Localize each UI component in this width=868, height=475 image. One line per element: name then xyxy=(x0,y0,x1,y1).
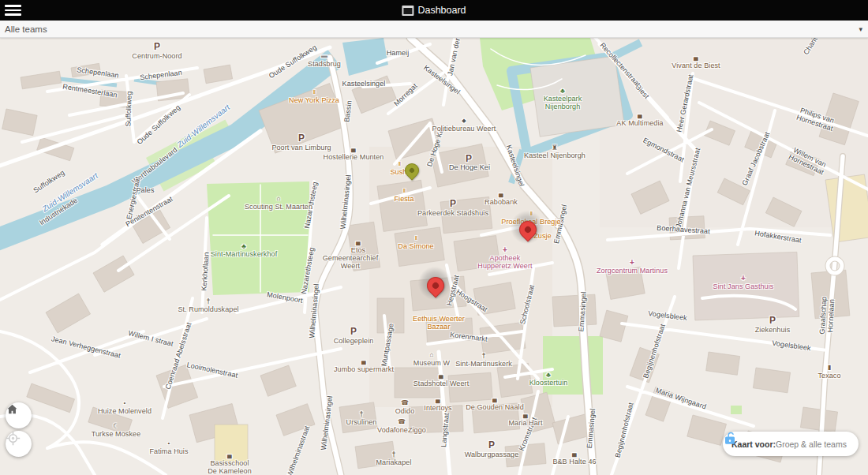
page-title-text: Dashboard xyxy=(417,5,466,16)
map-pin-icon xyxy=(402,160,421,180)
menu-button[interactable] xyxy=(0,0,27,21)
page-title: Dashboard xyxy=(402,0,466,21)
locate-button[interactable] xyxy=(6,431,32,457)
home-icon xyxy=(6,402,19,416)
team-filter-select[interactable]: Alle teams xyxy=(0,21,868,38)
map-for-value: Groep & alle teams xyxy=(776,439,847,449)
map-for-label: Kaart voor: xyxy=(731,439,776,449)
chevron-down-icon xyxy=(859,25,862,32)
crosshair-icon xyxy=(6,431,21,446)
app-bar: Dashboard xyxy=(0,0,868,21)
team-filter-value: Alle teams xyxy=(0,24,47,34)
map-visibility-pill[interactable]: Kaart voor:Groep & alle teams xyxy=(723,432,859,456)
home-button[interactable] xyxy=(6,402,32,428)
lock-open-icon xyxy=(723,432,737,446)
hamburger-icon xyxy=(5,5,21,7)
dashboard-icon xyxy=(402,6,413,16)
app-window: Dashboard Alle teams xyxy=(0,0,868,475)
map-markers-layer xyxy=(0,38,868,475)
map-canvas[interactable]: SchepenlaanSchepenlaanRentmeesterlaanSuf… xyxy=(0,38,868,475)
